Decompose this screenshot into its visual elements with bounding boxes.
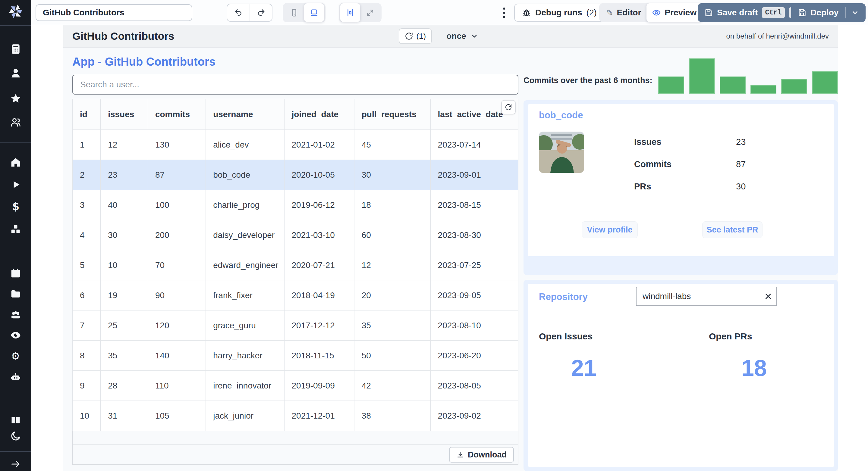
sidebar-divider [0, 25, 31, 26]
sidebar-item-calculator[interactable] [9, 42, 22, 56]
search-input[interactable] [72, 75, 518, 95]
table-cell: 7 [73, 310, 101, 341]
app-name-input[interactable] [36, 4, 192, 21]
table-cell: edward_engineer [206, 250, 284, 280]
save-draft-button[interactable]: Save draft Ctrl S [698, 3, 806, 22]
sidebar-item-folder[interactable] [9, 287, 22, 300]
table-row[interactable]: 340100charlie_prog2019-06-12182023-08-15 [73, 190, 518, 220]
table-row[interactable]: 835140harry_hacker2018-11-15502023-06-20 [73, 341, 518, 371]
sidebar-item-user-group[interactable] [9, 308, 22, 321]
sidebar-item-boxes[interactable] [9, 223, 22, 236]
stat-row: Issues23 [634, 131, 803, 153]
table-cell: jack_junior [206, 401, 284, 431]
download-label: Download [468, 450, 507, 460]
table-cell: 2018-04-19 [284, 280, 354, 310]
table-row[interactable]: 51070edward_engineer2020-07-21122023-07-… [73, 250, 518, 280]
download-button[interactable]: Download [449, 447, 514, 463]
sidebar-divider [0, 451, 31, 452]
debug-runs-button[interactable]: Debug runs (2) [514, 4, 604, 22]
view-profile-button[interactable]: View profile [582, 221, 638, 238]
stat-value: 30 [736, 181, 746, 192]
sidebar-item-home[interactable] [9, 156, 22, 169]
sidebar-item-eye[interactable] [9, 329, 22, 342]
table-row[interactable]: 928110irene_innovator2019-09-09422023-08… [73, 371, 518, 401]
preview-tab[interactable]: Preview [647, 3, 702, 22]
column-header-commits[interactable]: commits [148, 99, 206, 130]
column-header-id[interactable]: id [73, 99, 101, 130]
table-empty-footer [72, 431, 518, 445]
column-header-username[interactable]: username [206, 99, 284, 130]
table-cell: 10 [101, 250, 148, 280]
clear-icon[interactable] [764, 292, 773, 301]
editor-label: Editor [617, 8, 641, 18]
avatar [539, 132, 584, 173]
table-cell: 90 [148, 280, 206, 310]
column-header-joined_date[interactable]: joined_date [284, 99, 354, 130]
deploy-label: Deploy [810, 8, 838, 18]
save-icon [798, 8, 806, 17]
align-center-icon [346, 8, 355, 17]
user-icon [10, 67, 22, 79]
table-row[interactable]: 22387bob_code2020-10-05302023-09-01 [73, 160, 518, 190]
refresh-icon [505, 104, 512, 111]
user-group-icon [10, 309, 22, 320]
sidebar-item-calendar[interactable] [9, 267, 22, 280]
stat-label: Issues [634, 137, 736, 147]
table-cell: 100 [148, 190, 206, 220]
table-row[interactable]: 112130alice_dev2021-01-02452023-07-14 [73, 130, 518, 160]
table-row[interactable]: 430200daisy_developer2021-03-10602023-08… [73, 220, 518, 250]
fullwidth-layout-button[interactable] [360, 4, 380, 21]
device-toggle-group [283, 3, 326, 22]
table-row[interactable]: 61990frank_fixer2018-04-19202023-09-05 [73, 280, 518, 310]
sidebar-item-dollar[interactable]: $ [9, 200, 22, 213]
desktop-view-button[interactable] [304, 3, 324, 22]
table-cell: 2019-06-12 [284, 190, 354, 220]
table-cell: 2023-07-25 [430, 250, 518, 280]
column-header-pull_requests[interactable]: pull_requests [354, 99, 430, 130]
column-header-issues[interactable]: issues [101, 99, 148, 130]
see-latest-pr-button[interactable]: See latest PR [702, 221, 763, 238]
sidebar-item-gear[interactable]: ⚙ [9, 349, 22, 363]
table-row[interactable]: 1031105jack_junior2021-12-01382023-09-02 [73, 401, 518, 431]
table-cell: charlie_prog [206, 190, 284, 220]
commit-bar [658, 76, 684, 94]
editor-preview-toggle: ✎ Editor Preview [599, 3, 704, 22]
sidebar-item-user[interactable] [9, 67, 22, 80]
redo-button[interactable] [250, 4, 272, 21]
app-refresh-button[interactable]: (1) [399, 28, 432, 44]
editor-tab[interactable]: ✎ Editor [601, 4, 647, 21]
page-title: App - GitHub Contributors [72, 56, 216, 68]
table-refresh-button[interactable] [501, 100, 516, 114]
sidebar-item-play[interactable] [9, 178, 22, 191]
table-cell: daisy_developer [206, 220, 284, 250]
repository-input[interactable] [636, 287, 777, 306]
eye-icon [652, 8, 661, 17]
eye-icon [10, 330, 22, 341]
deploy-button[interactable]: Deploy [791, 3, 866, 22]
sidebar-item-users[interactable] [9, 115, 22, 129]
windmill-logo-icon[interactable] [8, 4, 24, 19]
undo-button[interactable] [227, 4, 250, 21]
table-row[interactable]: 725120grace_guru2017-12-12352023-08-10 [73, 310, 518, 341]
commits-bar-chart [658, 59, 838, 94]
preview-label: Preview [664, 8, 696, 18]
open-issues-value: 21 [554, 355, 614, 381]
schedule-dropdown[interactable]: once [446, 31, 478, 41]
books-icon [10, 414, 22, 426]
sidebar-item-books[interactable] [9, 413, 22, 427]
sidebar-item-arrow-right[interactable] [9, 458, 22, 471]
center-layout-button[interactable] [340, 3, 360, 22]
table-cell: 1 [73, 130, 101, 160]
sidebar-item-star[interactable] [9, 92, 22, 105]
mobile-view-button[interactable] [284, 4, 304, 21]
chevron-down-icon[interactable] [851, 9, 859, 16]
table-cell: 2023-09-05 [430, 280, 518, 310]
repository-panel: Repository Open Issues Open PRs 21 18 [524, 280, 838, 471]
table-cell: 2023-08-15 [430, 190, 518, 220]
sidebar-item-moon[interactable] [9, 430, 22, 443]
sidebar-item-bot[interactable] [9, 371, 22, 384]
table-cell: 110 [148, 371, 206, 401]
table-cell: 87 [148, 160, 206, 190]
table-cell: 12 [101, 130, 148, 160]
more-options-button[interactable] [498, 7, 510, 19]
